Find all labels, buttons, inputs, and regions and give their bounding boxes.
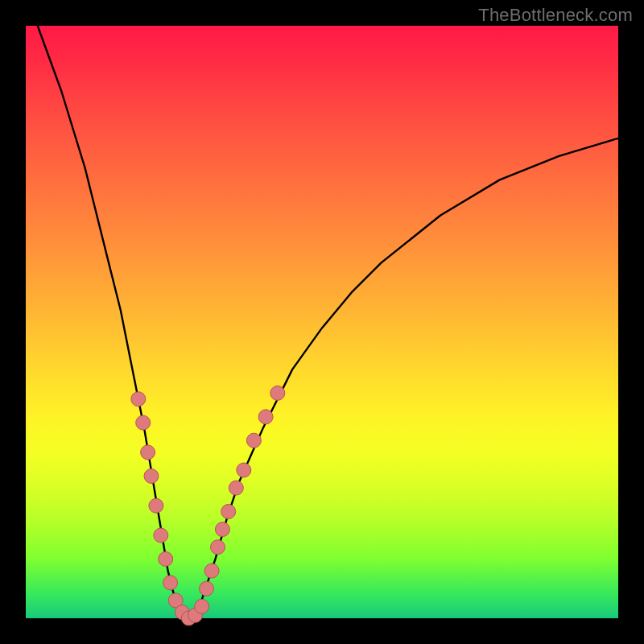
curve-marker [270, 386, 285, 400]
curve-marker [163, 576, 178, 590]
curve-marker [246, 433, 261, 448]
curve-marker [229, 481, 243, 495]
curve-marker [204, 564, 219, 578]
plot-area [26, 26, 618, 618]
curve-markers [131, 386, 285, 625]
curve-marker [237, 463, 251, 477]
curve-marker [149, 498, 163, 513]
curve-marker [221, 505, 236, 519]
curve-marker [144, 469, 159, 483]
curve-marker [159, 551, 173, 566]
curve-marker [136, 415, 151, 430]
curve-marker [195, 599, 209, 613]
curve-marker [258, 410, 273, 424]
curve-marker [215, 522, 229, 537]
bottleneck-curve [38, 26, 618, 618]
watermark-text: TheBottleneck.com [478, 5, 633, 26]
curve-marker [200, 581, 214, 596]
curve-marker [131, 392, 146, 407]
chart-frame: TheBottleneck.com [0, 0, 644, 644]
curve-marker [154, 528, 168, 543]
curve-layer [26, 26, 618, 618]
curve-marker [141, 445, 155, 460]
curve-marker [211, 540, 225, 555]
